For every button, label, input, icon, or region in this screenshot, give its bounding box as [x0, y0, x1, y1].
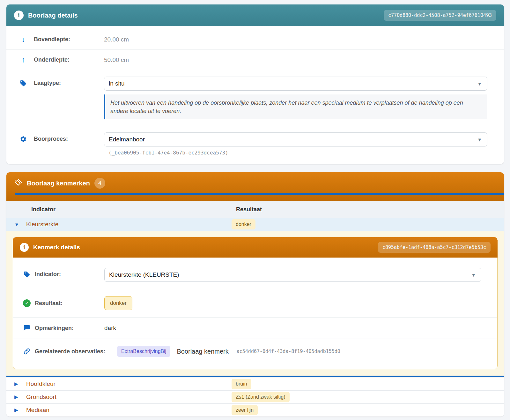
kenmerk-row-value-badge: bruin: [232, 379, 251, 389]
observatie-id: _ac54dd67-6d4f-43da-8f19-405dadb155d0: [234, 349, 340, 354]
observatie-name: Boorlaag kenmerk: [177, 348, 228, 355]
bovendiepte-label: Bovendiepte:: [34, 36, 104, 43]
opmerkingen-value: dark: [104, 325, 116, 332]
boorlaag-details-panel: i Boorlaag details c770d880-ddc2-4508-a7…: [6, 4, 504, 164]
observatie-type-badge: ExtraBeschrijvingBij: [117, 346, 170, 357]
panel-title: Boorlaag details: [28, 12, 78, 19]
kenmerk-row-value-badge: donker: [232, 219, 255, 229]
observaties-row: Gerelateerde observaties: ExtraBeschrijv…: [13, 339, 497, 365]
bovendiepte-value: 20.00 cm: [104, 36, 129, 43]
kenmerk-row-label: Mediaan: [26, 407, 49, 414]
indicator-row: Indicator: Kleursterkte (KLEURSTE) ▼: [13, 259, 497, 289]
resultaat-value-badge: donker: [104, 296, 132, 310]
onderdiepte-value: 50.00 cm: [104, 56, 129, 64]
onderdiepte-label: Onderdiepte:: [34, 56, 104, 63]
kenmerk-row-value-badge: Zs1 (Zand zwak siltig): [232, 392, 290, 402]
opmerkingen-label: Opmerkingen:: [35, 325, 104, 332]
boorlaag-kenmerken-header: Boorlaag kenmerken 4: [6, 172, 504, 201]
uuid-badge: c770d880-ddc2-4508-a752-94ef67610493: [384, 10, 496, 21]
resultaat-label: Resultaat:: [35, 300, 104, 307]
chevron-down-icon: ▼: [477, 137, 482, 142]
arrow-down-icon: ↓: [19, 36, 27, 43]
comment-icon: [23, 325, 31, 332]
indicator-column-header: Indicator: [6, 201, 232, 218]
kenmerk-details-card: i Kenmerk details c895abfe-1adf-468a-a5c…: [13, 237, 498, 369]
gear-icon: [19, 136, 27, 143]
caret-right-icon: ▶: [14, 407, 21, 413]
laagtype-description: Het uitvoeren van een handeling op de oo…: [104, 94, 487, 119]
laagtype-label: Laagtype:: [34, 80, 104, 86]
kenmerk-row-hoofdkleur[interactable]: ▶ Hoofdkleur bruin: [6, 377, 504, 390]
chevron-down-icon: ▼: [471, 272, 476, 278]
resultaat-row: ✓ Resultaat: donker: [13, 289, 497, 317]
tags-icon: [14, 179, 22, 187]
caret-down-icon: ▼: [14, 222, 21, 227]
tag-icon: [19, 80, 27, 87]
boorproces-id: (_bea06905-fcb1-47e4-867b-ec293dcea573): [104, 150, 487, 156]
kenmerk-row-value-badge: zeer fijn: [232, 405, 258, 415]
bovendiepte-row: ↓ Bovendiepte: 20.00 cm: [6, 26, 504, 49]
kenmerk-expand-area: i Kenmerk details c895abfe-1adf-468a-a5c…: [6, 231, 504, 376]
opmerkingen-row: Opmerkingen: dark: [13, 317, 497, 339]
indicator-selected-value: Kleursterkte (KLEURSTE): [109, 271, 179, 278]
count-badge: 4: [94, 178, 105, 189]
info-icon: i: [20, 243, 29, 252]
info-icon: i: [14, 11, 24, 20]
link-icon: [23, 348, 31, 355]
boorproces-select[interactable]: Edelmanboor ▼: [104, 132, 487, 146]
laagtype-select[interactable]: in situ ▼: [104, 77, 487, 91]
indicator-select[interactable]: Kleursterkte (KLEURSTE) ▼: [104, 268, 481, 282]
laagtype-selected-value: in situ: [109, 80, 125, 87]
caret-right-icon: ▶: [14, 381, 21, 387]
arrow-up-icon: ↑: [19, 56, 27, 64]
kenmerk-row-mediaan[interactable]: ▶ Mediaan zeer fijn: [6, 403, 504, 416]
kenmerk-row-label: Hoofdkleur: [26, 380, 55, 387]
kenmerk-row-grondsoort[interactable]: ▶ Grondsoort Zs1 (Zand zwak siltig): [6, 390, 504, 403]
kenmerk-row-label: Grondsoort: [26, 394, 56, 401]
page: i Boorlaag details c770d880-ddc2-4508-a7…: [0, 0, 510, 416]
laagtype-row: Laagtype: in situ ▼ Het uitvoeren van ee…: [6, 70, 504, 126]
kenmerken-table-header: Indicator Resultaat: [6, 201, 504, 218]
boorproces-label: Boorproces:: [34, 136, 104, 142]
resultaat-column-header: Resultaat: [232, 201, 504, 218]
kenmerk-details-header: i Kenmerk details c895abfe-1adf-468a-a5c…: [13, 237, 498, 258]
kenmerk-row-label: Kleursterkte: [26, 221, 58, 228]
uuid-badge: c895abfe-1adf-468a-a5c7-c312d7e5b53c: [378, 242, 491, 253]
kenmerk-row-kleursterkte[interactable]: ▼ Kleursterkte donker: [6, 218, 504, 231]
tag-icon: [23, 271, 31, 278]
caret-right-icon: ▶: [14, 394, 21, 400]
boorlaag-kenmerken-panel: Boorlaag kenmerken 4 Indicator Resultaat…: [6, 172, 504, 416]
check-circle-icon: ✓: [23, 299, 31, 307]
observaties-label: Gerelateerde observaties:: [35, 348, 117, 355]
boorlaag-details-header: i Boorlaag details c770d880-ddc2-4508-a7…: [6, 4, 504, 26]
indicator-label: Indicator:: [35, 271, 104, 278]
panel-title: Boorlaag kenmerken: [27, 180, 90, 187]
kenmerk-details-title: Kenmerk details: [33, 244, 80, 251]
boorproces-selected-value: Edelmanboor: [109, 136, 145, 143]
onderdiepte-row: ↑ Onderdiepte: 50.00 cm: [6, 49, 504, 70]
chevron-down-icon: ▼: [477, 81, 482, 86]
boorproces-row: Boorproces: Edelmanboor ▼ (_bea06905-fcb…: [6, 126, 504, 164]
